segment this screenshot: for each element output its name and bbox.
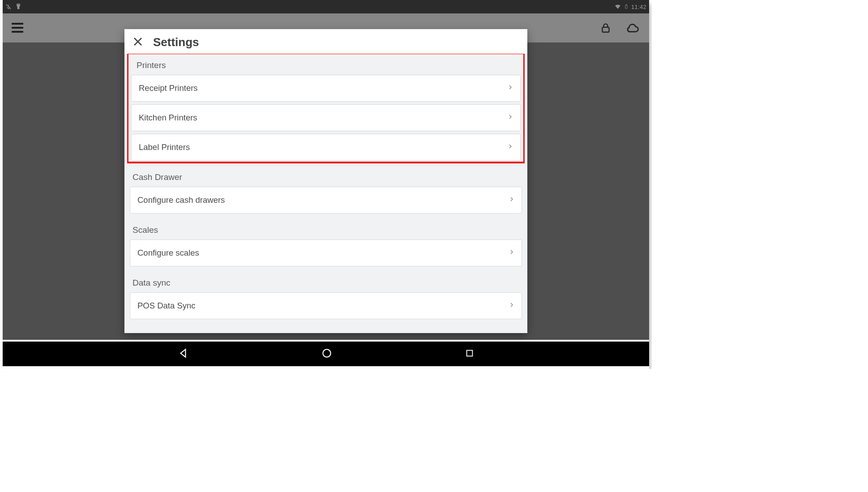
close-icon[interactable] bbox=[133, 36, 143, 49]
svg-rect-5 bbox=[626, 4, 627, 5]
chevron-right-icon bbox=[508, 113, 513, 122]
android-status-bar: 11:42 bbox=[3, 0, 649, 13]
item-label-printers[interactable]: Label Printers bbox=[131, 134, 521, 161]
nav-home-icon[interactable] bbox=[321, 347, 333, 361]
chevron-right-icon bbox=[509, 248, 514, 257]
section-data-sync: Data sync POS Data Sync bbox=[124, 269, 527, 319]
status-left bbox=[5, 3, 22, 11]
svg-point-7 bbox=[323, 349, 330, 357]
android-nav-bar bbox=[3, 342, 649, 366]
item-label: Configure cash drawers bbox=[137, 195, 225, 205]
printers-section-highlight: Printers Receipt Printers Kitchen Printe… bbox=[127, 54, 525, 163]
section-header-printers: Printers bbox=[128, 54, 523, 75]
section-cash-drawer: Cash Drawer Configure cash drawers bbox=[124, 163, 527, 214]
svg-rect-3 bbox=[17, 6, 20, 9]
chevron-right-icon bbox=[508, 84, 513, 93]
section-header-cash-drawer: Cash Drawer bbox=[124, 163, 527, 187]
item-label: POS Data Sync bbox=[137, 301, 196, 311]
item-configure-cash-drawers[interactable]: Configure cash drawers bbox=[130, 187, 522, 214]
usb-icon bbox=[14, 3, 22, 11]
status-clock: 11:42 bbox=[631, 4, 646, 10]
item-configure-scales[interactable]: Configure scales bbox=[130, 240, 522, 266]
item-receipt-printers[interactable]: Receipt Printers bbox=[131, 75, 521, 102]
item-label: Receipt Printers bbox=[139, 83, 198, 93]
settings-modal: Settings Printers Receipt Printers Kitch… bbox=[124, 29, 527, 333]
section-header-scales: Scales bbox=[124, 216, 527, 240]
status-right: 11:42 bbox=[614, 3, 646, 10]
svg-rect-4 bbox=[625, 5, 627, 9]
section-printers: Printers Receipt Printers Kitchen Printe… bbox=[128, 54, 523, 161]
section-scales: Scales Configure scales bbox=[124, 216, 527, 266]
modal-body: Printers Receipt Printers Kitchen Printe… bbox=[124, 54, 527, 333]
modal-header: Settings bbox=[124, 29, 527, 54]
chevron-right-icon bbox=[509, 301, 514, 310]
chevron-right-icon bbox=[508, 143, 513, 152]
svg-rect-1 bbox=[17, 4, 18, 5]
battery-icon bbox=[624, 3, 629, 10]
item-pos-data-sync[interactable]: POS Data Sync bbox=[130, 292, 522, 319]
svg-rect-0 bbox=[17, 4, 20, 6]
download-off-icon bbox=[5, 4, 12, 10]
modal-title: Settings bbox=[153, 35, 199, 49]
item-kitchen-printers[interactable]: Kitchen Printers bbox=[131, 104, 521, 131]
section-header-data-sync: Data sync bbox=[124, 269, 527, 292]
svg-rect-8 bbox=[467, 350, 473, 356]
item-label: Label Printers bbox=[139, 142, 190, 152]
svg-rect-2 bbox=[19, 4, 20, 5]
nav-back-icon[interactable] bbox=[177, 347, 189, 361]
item-label: Configure scales bbox=[137, 248, 199, 258]
chevron-right-icon bbox=[509, 196, 514, 205]
nav-recent-icon[interactable] bbox=[465, 348, 475, 360]
item-label: Kitchen Printers bbox=[139, 113, 197, 123]
wifi-icon bbox=[614, 4, 621, 10]
